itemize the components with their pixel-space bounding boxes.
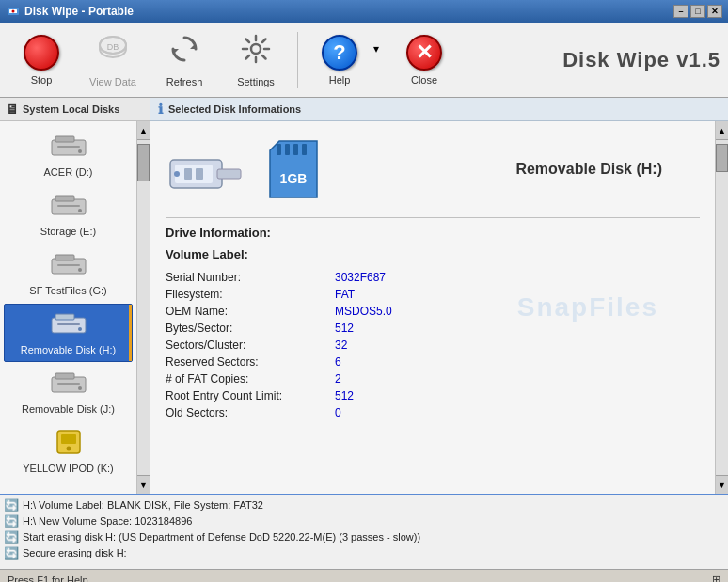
svg-rect-19	[55, 255, 74, 260]
svg-marker-7	[190, 43, 196, 49]
info-row: Serial Number:3032F687	[166, 269, 700, 286]
disk-label-storage: Storage (E:)	[40, 226, 96, 237]
sidebar-scrollbar[interactable]: ▲ ▼	[136, 121, 150, 494]
status-help-text: Press F1 for Help	[8, 574, 704, 583]
disk-item-storage[interactable]: Storage (E:)	[4, 185, 133, 244]
info-value: 3032F687	[335, 271, 386, 284]
content-header-label: Selected Disk Informations	[168, 103, 301, 115]
log-icon: 🔄	[4, 498, 19, 513]
disk-item-removable-j[interactable]: Removable Disk (J:)	[4, 363, 133, 421]
maximize-button[interactable]: □	[690, 5, 705, 18]
selected-indicator	[129, 305, 132, 361]
status-right-icon: ⊞	[712, 574, 720, 582]
svg-rect-12	[57, 146, 80, 148]
log-line: 🔄Secure erasing disk H:	[4, 545, 724, 561]
svg-rect-16	[57, 205, 80, 207]
log-text: Secure erasing disk H:	[23, 545, 127, 560]
disk-label-removable-j: Removable Disk (J:)	[22, 403, 115, 415]
content-scroll-thumb[interactable]	[716, 144, 728, 172]
close-label: Close	[411, 74, 437, 86]
minimize-button[interactable]: –	[673, 5, 688, 18]
info-key: Root Entry Count Limit:	[166, 389, 335, 402]
svg-rect-36	[184, 168, 192, 180]
content-scrollbar[interactable]: ▲ ▼	[715, 121, 728, 494]
computer-icon: 🖥	[6, 102, 19, 117]
disk-icon-storage	[50, 192, 87, 224]
svg-point-32	[66, 447, 71, 451]
disk-item-removable-h[interactable]: Removable Disk (H:)	[4, 304, 133, 362]
content-scroll-down[interactable]: ▼	[716, 475, 728, 494]
disk-label-removable-h: Removable Disk (H:)	[21, 344, 116, 355]
help-button[interactable]: ? Help	[306, 27, 373, 93]
log-area: 🔄H:\ Volume Label: BLANK DISK, File Syst…	[0, 494, 728, 569]
svg-rect-27	[55, 373, 74, 379]
svg-rect-24	[57, 323, 80, 325]
stop-icon	[24, 35, 59, 71]
disk-label-acer: ACER (D:)	[44, 166, 93, 178]
main-area: 🖥 System Local Disks ACER (D:)	[0, 98, 728, 494]
info-value: FAT	[335, 288, 355, 301]
help-icon: ?	[322, 35, 357, 71]
usb-drive-icon	[166, 136, 250, 202]
info-key: # of FAT Copies:	[166, 372, 335, 385]
drive-info-title: Drive Information:	[166, 226, 700, 240]
info-key: Old Sectors:	[166, 406, 335, 419]
info-key: Bytes/Sector:	[166, 322, 335, 335]
sidebar-header-label: System Local Disks	[23, 103, 119, 115]
title-bar-text: Disk Wipe - Portable	[24, 5, 673, 18]
stop-button[interactable]: Stop	[8, 27, 75, 93]
view-data-button[interactable]: DB View Data	[79, 27, 147, 93]
refresh-icon	[167, 32, 201, 72]
close-button[interactable]: ✕ Close	[390, 27, 458, 93]
disk-item-yellowipod[interactable]: YELLOW IPOD (K:)	[4, 422, 133, 480]
disk-item-acer[interactable]: ACER (D:)	[4, 126, 133, 184]
svg-point-25	[78, 327, 82, 331]
info-value: 512	[335, 389, 354, 402]
close-window-button[interactable]: ✕	[707, 5, 722, 18]
disk-icon-yellowipod	[50, 429, 87, 461]
disk-icon-removable-j	[50, 370, 87, 401]
svg-rect-39	[277, 144, 281, 155]
svg-text:1GB: 1GB	[280, 171, 308, 186]
info-value: 2	[335, 372, 341, 385]
disk-label-yellowipod: YELLOW IPOD (K:)	[23, 463, 114, 474]
info-row: Bytes/Sector:512	[166, 320, 700, 337]
svg-rect-31	[61, 434, 76, 444]
svg-rect-15	[55, 196, 74, 201]
info-row: Root Entry Count Limit:512	[166, 387, 700, 404]
log-text: H:\ New Volume Space: 1023184896	[23, 513, 192, 528]
scroll-thumb[interactable]	[137, 144, 150, 181]
disk-list: ACER (D:) Storage (E:)	[0, 121, 136, 494]
disk-visual: 1GB Removable Disk (H:)	[166, 136, 700, 202]
scroll-up-arrow[interactable]: ▲	[137, 121, 150, 140]
svg-point-13	[78, 149, 82, 153]
help-label: Help	[329, 74, 351, 86]
scroll-down-arrow[interactable]: ▼	[137, 475, 150, 494]
svg-point-17	[78, 209, 82, 212]
svg-text:DB: DB	[107, 42, 119, 52]
divider-top	[166, 217, 700, 218]
settings-button[interactable]: Settings	[222, 27, 290, 93]
svg-rect-23	[55, 314, 74, 320]
view-data-icon: DB	[96, 32, 130, 72]
disk-item-sftestfiles[interactable]: SF TestFiles (G:)	[4, 244, 133, 303]
info-table: Serial Number:3032F687Filesystem:FATOEM …	[166, 269, 700, 421]
info-row: OEM Name:MSDOS5.0	[166, 303, 700, 320]
info-key: Serial Number:	[166, 271, 335, 284]
disk-name-display: Removable Disk (H:)	[515, 161, 662, 178]
svg-rect-37	[196, 168, 203, 180]
svg-rect-42	[302, 144, 307, 155]
info-value: 0	[335, 406, 341, 419]
log-text: H:\ Volume Label: BLANK DISK, File Syste…	[23, 497, 263, 512]
info-key: Filesystem:	[166, 288, 335, 301]
svg-rect-41	[293, 144, 298, 155]
sidebar-header: 🖥 System Local Disks	[0, 98, 150, 121]
refresh-button[interactable]: Refresh	[150, 27, 218, 93]
disk-icon-removable-h	[50, 310, 87, 342]
help-dropdown-arrow[interactable]: ▾	[373, 42, 387, 55]
app-icon	[6, 4, 21, 19]
title-bar-controls: – □ ✕	[673, 5, 722, 18]
content-scroll-up[interactable]: ▲	[716, 121, 728, 140]
log-icon: 🔄	[4, 530, 19, 545]
svg-point-2	[12, 10, 15, 13]
